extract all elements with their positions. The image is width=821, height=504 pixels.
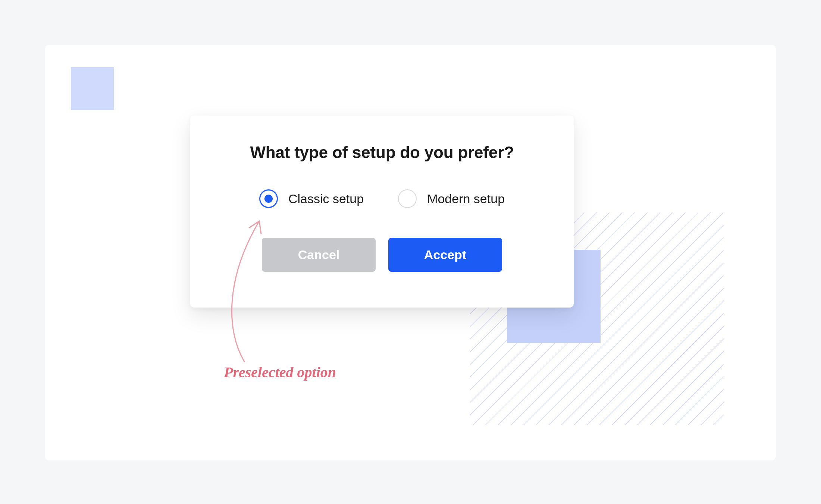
radio-button-icon bbox=[398, 189, 417, 208]
radio-label: Classic setup bbox=[288, 192, 364, 206]
decorative-square-top bbox=[71, 67, 114, 110]
radio-button-icon bbox=[259, 189, 278, 208]
radio-label: Modern setup bbox=[427, 192, 505, 206]
cancel-button[interactable]: Cancel bbox=[262, 238, 376, 272]
accept-button[interactable]: Accept bbox=[388, 238, 502, 272]
radio-group: Classic setup Modern setup bbox=[231, 189, 533, 208]
setup-dialog: What type of setup do you prefer? Classi… bbox=[190, 116, 574, 308]
dialog-title: What type of setup do you prefer? bbox=[231, 143, 533, 162]
radio-option-modern[interactable]: Modern setup bbox=[398, 189, 505, 208]
dialog-button-row: Cancel Accept bbox=[231, 238, 533, 272]
annotation-label: Preselected option bbox=[224, 363, 336, 381]
canvas-background: What type of setup do you prefer? Classi… bbox=[45, 45, 776, 460]
radio-option-classic[interactable]: Classic setup bbox=[259, 189, 364, 208]
